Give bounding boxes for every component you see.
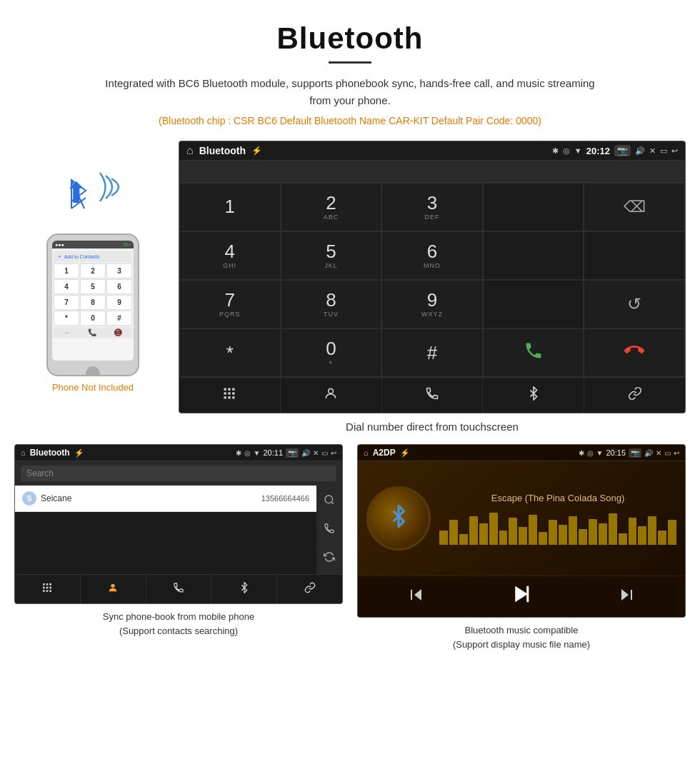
nav-link[interactable] [584, 378, 685, 413]
album-art [366, 486, 431, 551]
key-3[interactable]: 3 DEF [381, 183, 483, 231]
dialer-title: Bluetooth [199, 145, 246, 156]
music-next-btn[interactable] [618, 586, 635, 608]
key-2-num: 2 [326, 194, 336, 212]
key-2-sub: ABC [324, 213, 339, 221]
pb-nav-bluetooth[interactable] [211, 575, 277, 603]
page-description: Integrated with BC6 Bluetooth module, su… [100, 75, 600, 109]
eq-bar [658, 531, 666, 545]
pb-camera-btn[interactable]: 📷 [286, 448, 299, 458]
phonebook-section: ⌂ Bluetooth ⚡ ✱ ◎ ▼ 20:11 📷 🔊 ✕ ▭ ↩ [14, 444, 343, 651]
phonebook-mockup: ⌂ Bluetooth ⚡ ✱ ◎ ▼ 20:11 📷 🔊 ✕ ▭ ↩ [14, 444, 343, 604]
phone-bottom-bar: ← 📞 📵 [54, 327, 132, 338]
pb-bt-icon: ✱ [236, 449, 241, 457]
title-underline [329, 61, 371, 64]
key-0[interactable]: 0 + [281, 328, 382, 377]
key-backspace[interactable]: ⌫ [584, 183, 685, 231]
phone-key-3: 3 [106, 263, 132, 278]
key-6[interactable]: 6 MNO [381, 231, 483, 280]
key-6-sub: MNO [424, 262, 441, 269]
key-8-sub: TUV [324, 311, 339, 318]
dialer-display [179, 161, 685, 182]
key-9[interactable]: 9 WXYZ [381, 280, 483, 328]
pb-nav-bt-icon [239, 582, 250, 596]
pb-search-icon[interactable] [321, 488, 338, 514]
eq-bar [479, 523, 488, 545]
key-5[interactable]: 5 JKL [281, 231, 382, 280]
music-cam-btn[interactable]: 📷 [629, 448, 641, 458]
key-sync[interactable]: ↺ [584, 280, 685, 328]
nav-bluetooth[interactable] [483, 378, 584, 413]
pb-status-bar: ⌂ Bluetooth ⚡ ✱ ◎ ▼ 20:11 📷 🔊 ✕ ▭ ↩ [15, 445, 342, 461]
phone-screen: ●●●M> +Add to Contacts 1 2 3 4 5 6 7 8 [52, 241, 134, 361]
eq-bar [439, 531, 448, 545]
key-empty-1 [483, 183, 584, 231]
nav-dialpad[interactable] [179, 378, 281, 413]
music-prev-btn[interactable] [408, 586, 425, 608]
backspace-icon: ⌫ [624, 198, 646, 216]
phone-key-2: 2 [80, 263, 106, 278]
music-title: A2DP [373, 448, 396, 458]
eq-bar [668, 520, 676, 545]
pb-status-left: ⌂ Bluetooth ⚡ [21, 448, 84, 458]
bluetooth-signal-area: ⬆ [64, 169, 121, 226]
key-hash[interactable]: # [381, 328, 483, 377]
key-1[interactable]: 1 [179, 183, 281, 231]
pb-time: 20:11 [263, 448, 283, 457]
pb-signal-icon: ▼ [254, 449, 261, 457]
dialer-caption: Dial number direct from touchscreen [179, 421, 686, 433]
camera-icon-btn[interactable]: 📷 [614, 145, 631, 156]
pb-status-right: ✱ ◎ ▼ 20:11 📷 🔊 ✕ ▭ ↩ [236, 448, 336, 458]
svg-marker-26 [414, 589, 421, 600]
pb-nav-contacts-active[interactable] [81, 575, 146, 603]
music-status-left: ⌂ A2DP ⚡ [364, 448, 410, 458]
dialer-screen-section: ⌂ Bluetooth ⚡ ✱ ◎ ▼ 20:12 📷 🔊 ✕ ▭ ↩ [179, 141, 686, 444]
pb-back-icon: ↩ [331, 449, 336, 457]
key-8[interactable]: 8 TUV [281, 280, 382, 328]
eq-bar [638, 526, 646, 545]
pb-loc-icon: ◎ [244, 449, 251, 457]
music-home-icon: ⌂ [364, 448, 369, 457]
key-call-end[interactable] [584, 328, 685, 377]
dialer-bottom-nav [179, 377, 685, 413]
pb-nav-link[interactable] [277, 575, 342, 603]
home-icon: ⌂ [186, 144, 194, 157]
key-9-num: 9 [427, 291, 437, 309]
phone-key-0: 0 [80, 311, 106, 326]
status-bar-right: ✱ ◎ ▼ 20:12 📷 🔊 ✕ ▭ ↩ [552, 145, 678, 156]
key-call-accept[interactable] [483, 328, 584, 377]
nav-phone[interactable] [382, 378, 484, 413]
svg-rect-24 [50, 590, 52, 592]
phone-home-button [86, 366, 100, 376]
eq-bar [549, 520, 557, 545]
phonebook-caption-line1: Sync phone-book from mobile phone [103, 611, 254, 622]
pb-nav-phone[interactable] [146, 575, 212, 603]
eq-bar [539, 532, 547, 545]
music-section: ⌂ A2DP ⚡ ✱ ◎ ▼ 20:15 📷 🔊 ✕ ▭ ↩ [357, 444, 686, 651]
key-7-num: 7 [225, 291, 235, 309]
svg-point-14 [325, 496, 333, 503]
pb-search-bar: Search [15, 461, 342, 486]
key-1-num: 1 [225, 197, 235, 216]
svg-rect-21 [50, 587, 52, 589]
key-2[interactable]: 2 ABC [281, 183, 382, 231]
nav-contacts[interactable] [281, 378, 382, 413]
music-play-pause-btn[interactable] [511, 583, 532, 610]
eq-bars [439, 509, 676, 545]
svg-marker-28 [515, 586, 528, 603]
key-star[interactable]: * [179, 328, 281, 377]
pb-call-icon[interactable] [321, 517, 338, 543]
pb-search-field[interactable]: Search [21, 466, 336, 481]
page-title: Bluetooth [29, 21, 671, 56]
phone-key-6: 6 [106, 279, 132, 294]
key-4[interactable]: 4 GHI [179, 231, 281, 280]
pb-nav-dialpad[interactable] [15, 575, 81, 603]
main-content-row: ⬆ ●●●M> +Add [0, 141, 700, 444]
svg-rect-17 [46, 583, 49, 585]
svg-point-13 [329, 388, 334, 393]
dialpad-icon [222, 386, 236, 404]
key-7[interactable]: 7 PQRS [179, 280, 281, 328]
key-empty-3 [584, 231, 685, 280]
pb-sync-icon[interactable] [321, 546, 338, 571]
phone-illustration-section: ⬆ ●●●M> +Add [14, 141, 171, 393]
